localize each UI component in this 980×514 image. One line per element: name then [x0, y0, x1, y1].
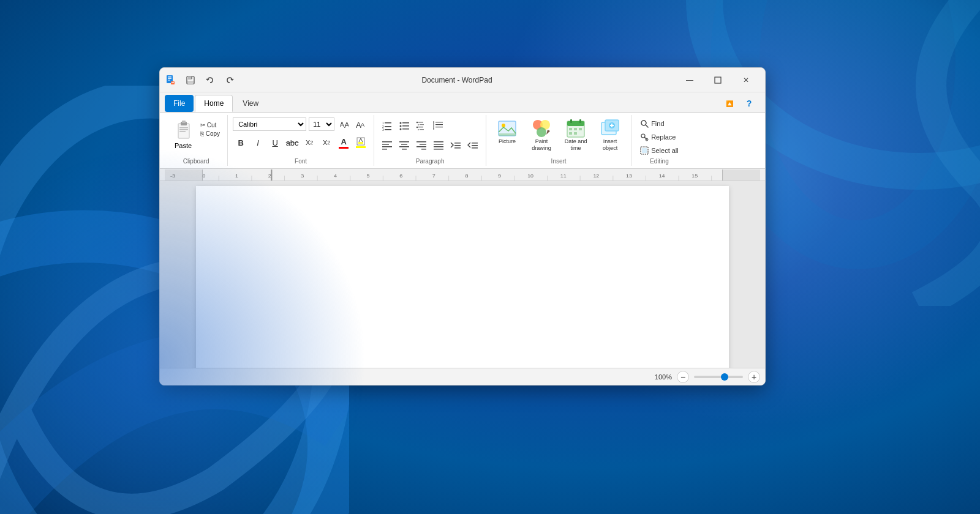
svg-rect-54: [399, 141, 409, 143]
paste-button[interactable]: Paste: [170, 117, 197, 152]
zoom-slider[interactable]: [694, 376, 743, 378]
font-grow-button[interactable]: AA: [337, 117, 350, 131]
svg-rect-97: [165, 169, 760, 181]
font-selector-row: Calibri 11 891012141618202428364872 AA A…: [233, 117, 366, 131]
svg-rect-64: [434, 146, 443, 147]
qat-redo-button[interactable]: [221, 72, 238, 89]
ruler-svg: -3 0 1 2 3 4 5 6 7 8 9 10 11 12 13 14 15: [165, 169, 760, 181]
insert-group-content: Picture Paintdrawing: [491, 115, 626, 153]
maximize-button[interactable]: [704, 70, 732, 90]
ribbon: File Home View 🔼 ?: [160, 92, 765, 169]
svg-text:3: 3: [382, 128, 384, 131]
svg-text:15: 15: [692, 173, 698, 178]
increase-indent-button[interactable]: [448, 137, 464, 153]
zoom-thumb[interactable]: [721, 373, 728, 381]
help-button[interactable]: ?: [741, 95, 758, 112]
svg-rect-59: [420, 144, 426, 145]
bullet-list-button[interactable]: [396, 117, 412, 133]
svg-text:7: 7: [432, 173, 435, 178]
svg-rect-71: [472, 147, 478, 149]
qat-save-button[interactable]: [182, 72, 199, 89]
zoom-out-button[interactable]: −: [677, 371, 689, 383]
justify-button[interactable]: [431, 137, 447, 153]
close-button[interactable]: ✕: [732, 70, 760, 90]
select-all-label: Select all: [651, 147, 679, 154]
title-bar-left: [165, 72, 238, 89]
svg-rect-79: [567, 121, 584, 126]
font-size-select[interactable]: 11 891012141618202428364872: [309, 117, 334, 131]
svg-rect-70: [472, 145, 478, 146]
minimize-button[interactable]: —: [676, 70, 704, 90]
align-center-button[interactable]: [396, 137, 412, 153]
svg-rect-69: [472, 143, 478, 144]
svg-rect-57: [402, 149, 407, 150]
svg-text:11: 11: [560, 173, 567, 178]
find-button[interactable]: Find: [636, 117, 682, 130]
svg-rect-48: [435, 124, 443, 125]
decrease-indent-button[interactable]: [465, 137, 481, 153]
replace-button[interactable]: Replace: [636, 131, 682, 143]
group-paragraph: 123: [374, 115, 486, 166]
numbered-list-button[interactable]: 123: [379, 117, 395, 133]
align-right-button[interactable]: [413, 137, 429, 153]
tab-file[interactable]: File: [165, 95, 194, 112]
clipboard-group-content: Paste ✂ Cut ⎘ Copy: [170, 115, 222, 157]
insert-object-button[interactable]: Insertobject: [594, 117, 626, 153]
multilevel-list-button[interactable]: [413, 117, 429, 133]
select-all-button[interactable]: Select all: [636, 144, 682, 157]
svg-rect-40: [418, 122, 423, 122]
svg-point-43: [417, 127, 418, 128]
collapse-ribbon-button[interactable]: 🔼: [721, 95, 738, 112]
tab-home[interactable]: Home: [195, 95, 233, 112]
svg-rect-46: [420, 129, 424, 130]
svg-point-45: [418, 129, 419, 130]
paint-drawing-button[interactable]: Paintdrawing: [526, 117, 557, 153]
align-left-button[interactable]: [379, 137, 395, 153]
svg-rect-13: [187, 81, 194, 84]
superscript-button[interactable]: X2: [318, 135, 334, 151]
svg-rect-51: [382, 144, 389, 145]
group-font: Calibri 11 891012141618202428364872 AA A…: [228, 115, 374, 166]
svg-rect-19: [179, 129, 188, 130]
cut-button[interactable]: ✂ Cut: [198, 121, 222, 129]
highlight-button[interactable]: [353, 135, 369, 151]
font-label: Font: [295, 157, 307, 166]
document-editor[interactable]: [196, 186, 729, 368]
svg-rect-32: [385, 129, 391, 130]
list-indent-row: 123: [379, 117, 447, 133]
qat-undo-button[interactable]: [202, 72, 219, 89]
svg-rect-67: [454, 145, 461, 146]
font-color-button[interactable]: A: [336, 135, 352, 151]
zoom-in-button[interactable]: +: [748, 371, 760, 383]
svg-rect-61: [421, 149, 426, 150]
svg-point-35: [400, 125, 402, 127]
underline-button[interactable]: U: [267, 135, 283, 151]
italic-button[interactable]: I: [250, 135, 266, 151]
svg-text:A: A: [361, 122, 364, 128]
svg-point-41: [418, 124, 419, 125]
status-bar: 100% − +: [160, 368, 765, 385]
editing-group-content: Find Replace Select all: [636, 115, 682, 157]
tab-view[interactable]: View: [234, 95, 267, 112]
strikethrough-button[interactable]: abc: [284, 135, 300, 151]
svg-rect-66: [454, 143, 461, 144]
bold-button[interactable]: B: [233, 135, 249, 151]
picture-button[interactable]: Picture: [491, 117, 523, 152]
svg-rect-47: [435, 122, 443, 122]
ruler: -3 0 1 2 3 4 5 6 7 8 9 10 11 12 13 14 15: [160, 169, 765, 181]
copy-button[interactable]: ⎘ Copy: [198, 130, 222, 138]
svg-text:4: 4: [334, 173, 337, 178]
svg-text:12: 12: [593, 173, 599, 178]
svg-rect-62: [434, 141, 443, 143]
svg-rect-52: [382, 146, 392, 147]
window-controls: — ✕: [676, 70, 760, 90]
svg-rect-98: [165, 169, 202, 181]
svg-point-37: [400, 128, 402, 130]
font-shrink-button[interactable]: AA: [353, 117, 366, 131]
subscript-button[interactable]: X2: [301, 135, 317, 151]
font-family-select[interactable]: Calibri: [233, 117, 306, 131]
svg-text:10: 10: [527, 173, 533, 178]
date-time-button[interactable]: Date andtime: [560, 117, 592, 153]
line-spacing-button[interactable]: [431, 117, 447, 133]
ribbon-help-area: 🔼 ?: [718, 95, 760, 112]
